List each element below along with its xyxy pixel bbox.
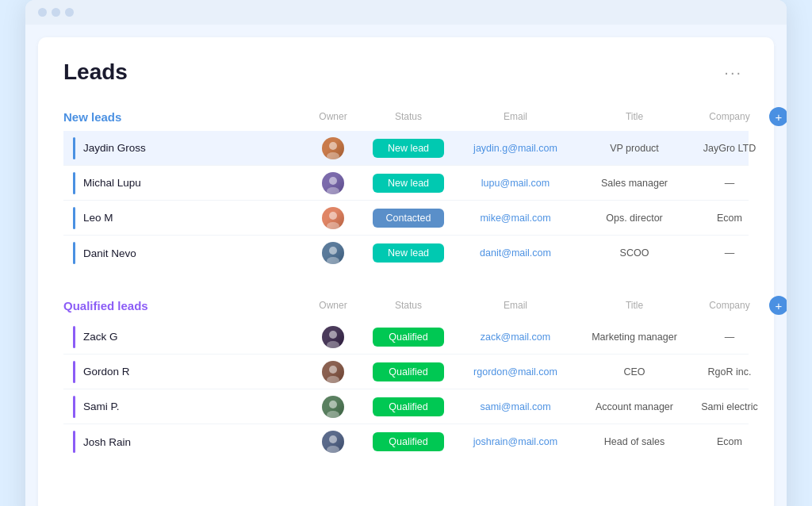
svg-point-0 [329, 142, 337, 150]
qualified-leads-table: Zack G Qualifiedzack@mail.comMarketing m… [63, 320, 749, 459]
company-cell: JayGro LTD [690, 143, 769, 154]
app-window: Leads ··· New leads Owner Status Email T… [25, 0, 787, 506]
owner-cell [301, 207, 365, 229]
col-company-new: Company [690, 111, 769, 122]
svg-point-3 [327, 187, 339, 194]
svg-point-9 [327, 341, 339, 348]
avatar [322, 242, 344, 264]
lead-name-cell: Jaydin Gross [63, 137, 301, 159]
lead-name-cell: Gordon R [63, 361, 301, 383]
lead-name-text: Sami P. [83, 401, 120, 412]
more-button[interactable]: ··· [718, 60, 749, 85]
lead-name-bar [73, 207, 75, 229]
new-leads-section: New leads Owner Status Email Title Compa… [63, 107, 749, 270]
avatar [322, 137, 344, 159]
status-badge: Qualified [373, 328, 444, 347]
owner-cell [301, 172, 365, 194]
email-cell: joshrain@mail.com [452, 436, 579, 447]
lead-name-cell: Josh Rain [63, 431, 301, 453]
new-leads-header: New leads Owner Status Email Title Compa… [63, 107, 749, 126]
lead-name-bar [73, 326, 75, 348]
status-cell: Qualified [365, 328, 452, 347]
lead-name-text: Gordon R [83, 366, 130, 378]
col-status-new: Status [365, 111, 452, 122]
status-cell: New lead [365, 243, 452, 263]
svg-point-8 [329, 331, 337, 339]
table-row[interactable]: Michal Lupu New leadlupu@mail.comSales m… [63, 166, 749, 201]
email-cell: zack@mail.com [452, 332, 579, 343]
avatar [322, 207, 344, 229]
owner-cell [301, 242, 365, 264]
col-owner-new: Owner [301, 111, 365, 122]
lead-name-bar [73, 242, 75, 264]
avatar [322, 431, 344, 453]
page-header: Leads ··· [63, 59, 749, 85]
status-cell: New lead [365, 139, 452, 158]
col-owner-qual: Owner [301, 300, 365, 311]
svg-point-10 [329, 366, 337, 374]
title-cell: SCOO [579, 247, 690, 259]
table-row[interactable]: Leo M Contactedmike@mail.comOps. directo… [63, 201, 749, 236]
title-cell: CEO [579, 366, 690, 378]
svg-point-1 [327, 152, 339, 159]
status-badge: New lead [373, 174, 444, 193]
lead-name-cell: Leo M [63, 207, 301, 229]
lead-name-cell: Michal Lupu [63, 172, 301, 194]
svg-point-4 [329, 212, 337, 220]
status-cell: Qualified [365, 397, 452, 416]
lead-name-text: Michal Lupu [83, 177, 141, 189]
status-badge: Qualified [373, 397, 444, 416]
table-row[interactable]: Zack G Qualifiedzack@mail.comMarketing m… [63, 320, 749, 355]
lead-name-cell: Zack G [63, 326, 301, 348]
main-content: Leads ··· New leads Owner Status Email T… [38, 37, 774, 506]
title-cell: VP product [579, 143, 690, 154]
col-status-qual: Status [365, 300, 452, 311]
avatar [322, 172, 344, 194]
status-cell: Qualified [365, 362, 452, 381]
svg-point-15 [327, 446, 339, 453]
title-cell: Account manager [579, 401, 690, 412]
title-cell: Head of sales [579, 436, 690, 447]
email-cell: danit@mail.com [452, 247, 579, 259]
svg-point-2 [329, 177, 337, 185]
company-cell: Ecom [690, 436, 769, 447]
titlebar-dot-1 [38, 8, 47, 17]
lead-name-text: Jaydin Gross [83, 142, 146, 154]
new-leads-table: Jaydin Gross New leadjaydin.g@mail.comVP… [63, 131, 749, 270]
status-badge: Qualified [373, 432, 444, 451]
qualified-leads-title: Qualified leads [63, 299, 301, 312]
owner-cell [301, 326, 365, 348]
table-row[interactable]: Gordon R Qualifiedrgordon@mail.comCEORgo… [63, 355, 749, 389]
title-cell: Sales manager [579, 178, 690, 189]
svg-point-6 [329, 247, 337, 255]
table-row[interactable]: Sami P. Qualifiedsami@mail.comAccount ma… [63, 389, 749, 424]
lead-name-bar [73, 431, 75, 453]
status-badge: New lead [373, 139, 444, 158]
status-badge: Qualified [373, 362, 444, 381]
svg-point-5 [327, 222, 339, 229]
avatar [322, 326, 344, 348]
titlebar [25, 0, 787, 25]
table-row[interactable]: Josh Rain Qualifiedjoshrain@mail.comHead… [63, 424, 749, 459]
lead-name-cell: Danit Nevo [63, 242, 301, 264]
titlebar-dot-3 [65, 8, 74, 17]
table-row[interactable]: Jaydin Gross New leadjaydin.g@mail.comVP… [63, 131, 749, 166]
add-qualified-lead-button[interactable]: + [769, 296, 787, 315]
titlebar-dot-2 [52, 8, 60, 17]
lead-name-cell: Sami P. [63, 396, 301, 418]
add-new-lead-button[interactable]: + [769, 107, 787, 126]
owner-cell [301, 396, 365, 418]
page-title: Leads [63, 59, 128, 85]
table-row[interactable]: Danit Nevo New leaddanit@mail.comSCOO— [63, 236, 749, 270]
qualified-leads-header: Qualified leads Owner Status Email Title… [63, 296, 749, 315]
lead-name-text: Leo M [83, 212, 113, 224]
status-cell: Contacted [365, 209, 452, 228]
col-company-qual: Company [690, 300, 769, 311]
company-cell: Sami electric [690, 401, 769, 412]
col-title-new: Title [579, 111, 690, 122]
email-cell: sami@mail.com [452, 401, 579, 412]
company-cell: Ecom [690, 213, 769, 224]
title-cell: Ops. director [579, 213, 690, 224]
status-cell: New lead [365, 174, 452, 193]
owner-cell [301, 137, 365, 159]
